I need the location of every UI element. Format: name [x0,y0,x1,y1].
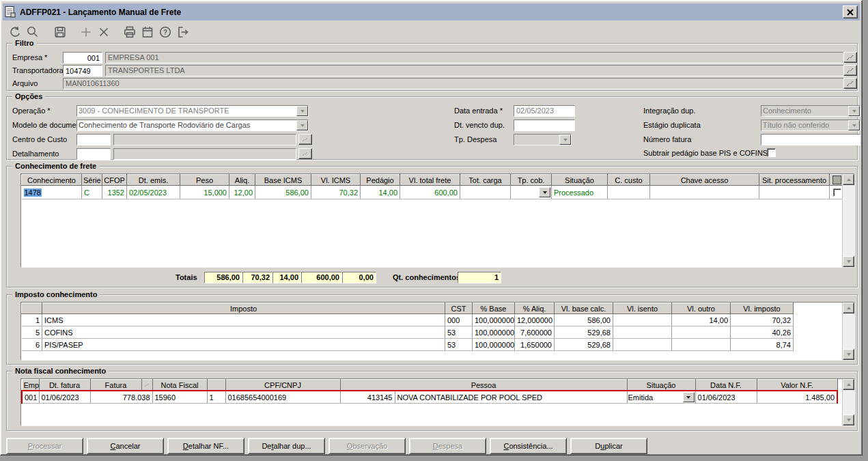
imposto-row[interactable]: 6PIS/PASEP 53100,000000 1,650000529,68 8… [22,339,794,351]
col-cpf-cnpj[interactable]: CPF/CNPJ [225,380,340,391]
scroll-up-icon[interactable] [843,174,854,185]
col-situacao[interactable]: Situação [552,175,608,186]
col-data-nf[interactable]: Data N.F. [695,380,757,391]
undo-icon[interactable] [6,23,24,41]
duplicar-button[interactable]: Duplicar [570,438,647,454]
col-fatura[interactable]: Fatura [90,380,141,391]
col-vl-outro[interactable]: Vl. outro [672,303,731,314]
cancelar-button[interactable]: Cancelar [87,438,164,454]
numero-fatura-input[interactable] [761,134,860,145]
detalhamento-zoom-button[interactable] [298,148,312,159]
col-vl-total-frete[interactable]: Vl. total frete [400,175,460,186]
col-dt-emis[interactable]: Dt. emis. [127,175,180,186]
detalhar-dup-button[interactable]: Detalhar dup... [248,438,325,454]
nf-situacao-dropdown-icon[interactable] [683,392,695,402]
group-filtro-title: Filtro [12,39,37,47]
imposto-row[interactable]: 5COFINS 53100,000000 7,600000529,68 40,2… [22,326,794,339]
exit-icon[interactable] [174,23,192,41]
col-fatura-zoom[interactable] [141,380,152,391]
detalhar-nf-button[interactable]: Detalhar NF... [167,438,244,454]
col-cfop[interactable]: CFOP [102,175,127,186]
col-sit-processamento[interactable]: Sit. processamento [759,175,830,186]
frete-scrollbar[interactable] [842,174,854,267]
col-vl-imposto[interactable]: Vl. imposto [731,303,794,314]
scroll-down-icon[interactable] [843,415,854,425]
numero-fatura-label: Número fatura [643,135,691,143]
centro-custo-zoom-button[interactable] [298,134,312,145]
dt-vencto-label: Dt. vencto dup. [454,121,505,129]
group-opcoes-title: Opções [12,92,45,100]
add-icon[interactable] [77,23,95,41]
col-serie[interactable]: Série [82,175,102,186]
window-icon [5,6,16,18]
col-pedagio[interactable]: Pedágio [361,175,400,186]
nota-data-row[interactable]: 001 01/06/2023 778.038 15960 1 016856540… [22,391,837,404]
frete-row-checkbox[interactable] [833,188,841,197]
print-icon[interactable] [121,23,139,41]
col-base-icms[interactable]: Base ICMS [255,175,311,186]
col-p-base[interactable]: % Base [473,303,515,314]
col-vl-isento[interactable]: Vl. isento [613,303,672,314]
close-button[interactable] [843,5,858,18]
qt-conhecimentos-label: Qt. conhecimentos [393,273,460,281]
empresa-desc: EMPRESA 001 [105,52,845,64]
group-nota-fiscal-title: Nota fiscal conhecimento [12,367,109,375]
totais-tot-carga: 0,00 [342,272,376,283]
search-icon[interactable] [24,23,42,41]
col-vl-base-calc[interactable]: Vl. base calc. [555,303,613,314]
nota-browse: Emp. Dt. fatura Fatura Nota Fiscal CPF/C… [20,378,855,426]
transportadora-input[interactable] [63,65,102,76]
empresa-input[interactable] [63,52,102,64]
subtrair-checkbox[interactable] [767,148,776,157]
col-conhecimento[interactable]: Conhecimento [22,175,82,186]
scroll-down-icon[interactable] [843,349,854,360]
imposto-row[interactable]: 1ICMS 000100,000000 12,000000586,00 14,0… [22,314,794,326]
processar-button[interactable]: Processar [6,438,83,454]
help-icon[interactable]: ? [156,23,174,41]
observacao-button[interactable]: Observação [328,438,406,454]
frete-conhecimento-cell[interactable]: 1478 [24,188,42,197]
modelo-combo[interactable]: Conhecimento de Transporte Rodoviário de… [76,120,309,131]
consistencia-button[interactable]: Consistência... [490,438,567,454]
col-nf-situacao[interactable]: Situação [627,380,695,391]
modelo-dropdown-icon[interactable] [296,120,308,130]
tp-despesa-dropdown-icon [559,135,571,145]
transportadora-zoom-button[interactable] [843,65,857,76]
despesa-button[interactable]: Despesa [409,438,486,454]
col-cst[interactable]: CST [445,303,473,314]
frete-data-row[interactable]: 1478 C 1352 02/05/2023 15,000 12,00 586,… [22,186,845,199]
col-nota-fiscal[interactable]: Nota Fiscal [152,380,207,391]
dialog-window: ADFFP021 - Lançamento Manual de Frete ? … [0,0,863,456]
frete-table: Conhecimento Série CFOP Dt. emis. Peso A… [21,174,845,199]
detalhamento-input[interactable] [76,148,111,160]
arquivo-zoom-button[interactable] [843,78,857,89]
col-peso[interactable]: Peso [180,175,229,186]
integracao-label: Integração dup. [643,107,695,115]
col-c-custo[interactable]: C. custo [608,175,650,186]
scroll-down-icon[interactable] [843,256,854,267]
col-aliq[interactable]: Aliq. [229,175,255,186]
centro-custo-desc [113,134,296,145]
calendar-icon[interactable] [139,23,156,41]
centro-custo-input[interactable] [76,134,111,145]
toolbar: ? [3,21,860,42]
col-p-aliq[interactable]: % Aliq. [515,303,555,314]
tp-cob-dropdown-icon[interactable] [539,187,550,197]
scroll-up-icon[interactable] [843,379,854,390]
col-vl-icms[interactable]: Vl. ICMS [311,175,361,186]
scroll-up-icon[interactable] [843,303,854,313]
save-icon[interactable] [51,23,69,41]
col-tot-carga[interactable]: Tot. carga [460,175,511,186]
empresa-zoom-button[interactable] [843,52,857,63]
col-imposto[interactable]: Imposto [42,303,445,314]
col-dt-fatura[interactable]: Dt. fatura [39,380,90,391]
col-chave-acesso[interactable]: Chave acesso [650,175,759,186]
col-emp[interactable]: Emp. [22,380,39,391]
col-valor-nf[interactable]: Valor N.F. [757,380,837,391]
imposto-scrollbar[interactable] [842,303,854,360]
col-tp-cob[interactable]: Tp. cob. [511,175,552,186]
delete-icon[interactable] [95,23,113,41]
dt-vencto-input[interactable] [514,120,575,131]
col-pessoa[interactable]: Pessoa [340,380,627,391]
nota-scrollbar[interactable] [842,379,854,425]
